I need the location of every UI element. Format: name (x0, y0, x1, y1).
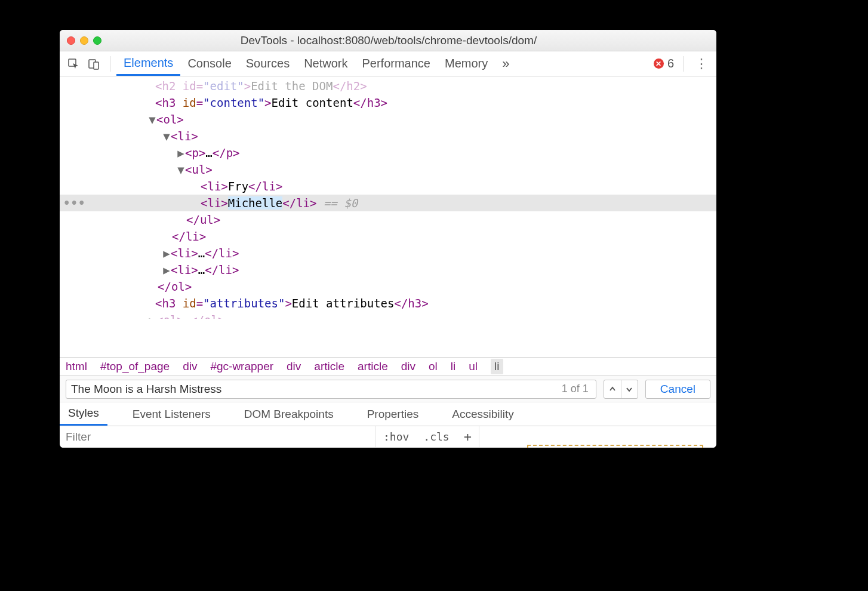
subtab-event-listeners[interactable]: Event Listeners (124, 402, 219, 426)
search-match-count: 1 of 1 (562, 383, 589, 395)
new-style-rule-button[interactable]: + (457, 426, 479, 447)
tab-sources[interactable]: Sources (239, 51, 297, 76)
main-tab-bar: Elements Console Sources Network Perform… (60, 51, 716, 76)
selected-node-indicator-icon: ••• (63, 195, 85, 211)
subtab-accessibility[interactable]: Accessibility (444, 402, 522, 426)
titlebar: DevTools - localhost:8080/web/tools/chro… (60, 30, 716, 51)
tab-memory[interactable]: Memory (438, 51, 495, 76)
tab-elements[interactable]: Elements (116, 51, 180, 76)
dom-line-ol-close[interactable]: </ol> (60, 278, 716, 295)
dom-line-h3-content[interactable]: <h3 id="content">Edit content</h3> (60, 94, 716, 111)
dom-line-cutoff-bottom[interactable]: ▶<ol>…</ol> (60, 312, 716, 319)
crumb-html[interactable]: html (66, 360, 87, 373)
dom-line-li-close[interactable]: </li> (60, 228, 716, 245)
dom-line-li-open[interactable]: ▼<li> (60, 128, 716, 144)
dom-line-ul-open[interactable]: ▼<ul> (60, 161, 716, 178)
styles-filter-box (60, 426, 376, 447)
crumb-article-2[interactable]: article (358, 360, 388, 373)
search-bar: 1 of 1 Cancel (60, 376, 716, 402)
dom-line-h3-attributes[interactable]: <h3 id="attributes">Edit attributes</h3> (60, 295, 716, 312)
styles-sub-tabs: Styles Event Listeners DOM Breakpoints P… (60, 402, 716, 426)
crumb-article-1[interactable]: article (314, 360, 344, 373)
dom-line-ol-open[interactable]: ▼<ol> (60, 111, 716, 128)
dom-line-cutoff[interactable]: <h2 id="edit">Edit the DOM</h2> (60, 78, 716, 94)
styles-filter-input[interactable] (66, 430, 370, 444)
crumb-div-3[interactable]: div (401, 360, 415, 373)
styles-filter-row: :hov .cls + (60, 426, 716, 448)
subtab-dom-breakpoints[interactable]: DOM Breakpoints (236, 402, 342, 426)
error-count-value: 6 (667, 57, 674, 70)
dom-tree-panel[interactable]: <h2 id="edit">Edit the DOM</h2> <h3 id="… (60, 76, 716, 357)
svg-rect-2 (94, 62, 99, 69)
tab-console[interactable]: Console (180, 51, 238, 76)
error-count-badge-icon: ✕ (654, 59, 664, 69)
subtab-styles[interactable]: Styles (60, 402, 107, 426)
error-indicator[interactable]: ✕ 6 (654, 57, 674, 70)
crumb-ul[interactable]: ul (469, 360, 478, 373)
cls-toggle-button[interactable]: .cls (416, 426, 456, 447)
search-cancel-button[interactable]: Cancel (645, 380, 710, 399)
tab-overflow[interactable]: » (495, 51, 516, 76)
device-toolbar-icon[interactable] (84, 54, 104, 74)
inspect-element-icon[interactable] (63, 54, 84, 74)
subtab-properties[interactable]: Properties (359, 402, 427, 426)
dom-line-li-collapsed-1[interactable]: ▶<li>…</li> (60, 245, 716, 261)
window-title: DevTools - localhost:8080/web/tools/chro… (68, 34, 709, 47)
dom-line-li-fry[interactable]: <li>Fry</li> (60, 178, 716, 195)
crumb-div-1[interactable]: div (183, 360, 197, 373)
crumb-ol[interactable]: ol (429, 360, 438, 373)
search-prev-button[interactable] (604, 380, 621, 398)
search-next-button[interactable] (621, 380, 638, 398)
dom-breadcrumbs: html #top_of_page div #gc-wrapper div ar… (60, 357, 716, 376)
crumb-li-1[interactable]: li (451, 360, 455, 373)
dom-line-li-collapsed-2[interactable]: ▶<li>…</li> (60, 261, 716, 278)
tab-network[interactable]: Network (297, 51, 355, 76)
dom-line-ul-close[interactable]: </ul> (60, 211, 716, 228)
dom-line-p-collapsed[interactable]: ▶<p>…</p> (60, 144, 716, 161)
inherited-style-highlight (527, 445, 703, 448)
crumb-div-2[interactable]: div (287, 360, 301, 373)
search-box: 1 of 1 (66, 380, 596, 399)
tab-performance[interactable]: Performance (355, 51, 438, 76)
hov-toggle-button[interactable]: :hov (376, 426, 416, 447)
devtools-window: DevTools - localhost:8080/web/tools/chro… (60, 30, 716, 448)
styles-tools: :hov .cls + (376, 426, 479, 447)
settings-menu-icon[interactable]: ⋮ (690, 56, 713, 72)
search-nav-buttons (604, 380, 638, 399)
crumb-top-of-page[interactable]: #top_of_page (100, 360, 170, 373)
crumb-li-selected[interactable]: li (491, 359, 503, 374)
dom-line-li-michelle-selected[interactable]: •••<li>Michelle</li> == $0 (60, 195, 716, 211)
search-input[interactable] (71, 383, 562, 396)
crumb-gc-wrapper[interactable]: #gc-wrapper (210, 360, 273, 373)
